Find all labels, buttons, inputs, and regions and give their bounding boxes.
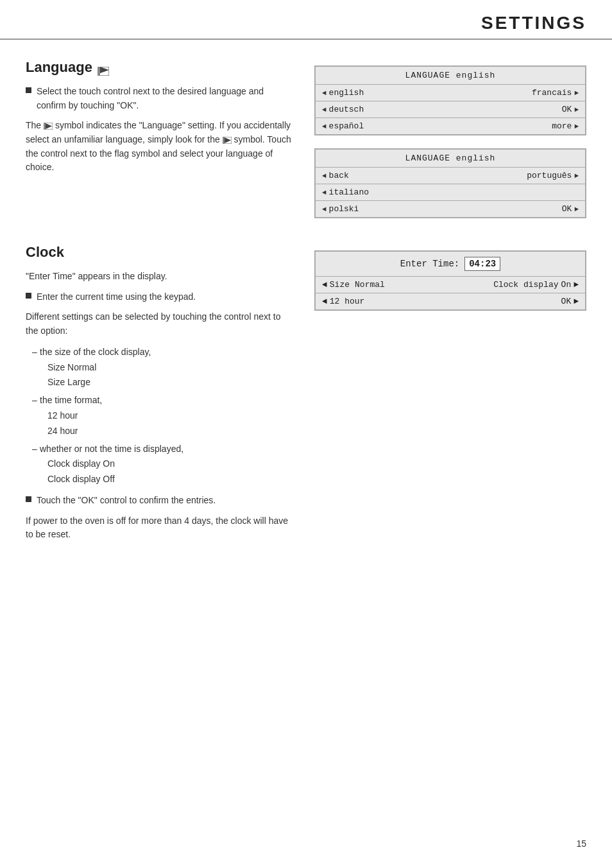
hour-arrow-left: ◄ xyxy=(322,297,327,306)
clock-enter-time-row: Enter Time: 04:23 xyxy=(316,252,585,277)
panel1-english-label: english xyxy=(329,88,364,98)
main-content: Language Select the touch control next t… xyxy=(0,40,612,593)
panel1-row-english[interactable]: ◄ english francais ► xyxy=(316,85,585,101)
panel2-portugues-label: português xyxy=(527,171,572,180)
arrow-left-icon: ◄ xyxy=(322,189,327,196)
clock-bullet1: Enter the current time using the keypad. xyxy=(26,290,295,304)
language-bullet1: Select the touch control next to the des… xyxy=(26,85,295,112)
language-panel-2: LANGUAGE english ◄ back português ► ◄ it… xyxy=(314,148,586,218)
ok-label: OK xyxy=(561,297,572,306)
svg-marker-3 xyxy=(100,67,109,73)
arrow-right-icon: ► xyxy=(574,106,579,114)
panel1-ok-label: OK xyxy=(562,105,572,114)
page-header: SETTINGS xyxy=(0,0,612,40)
panel1-row-deutsch[interactable]: ◄ deutsch OK ► xyxy=(316,101,585,118)
flag-inline-icon1 xyxy=(44,120,55,130)
clock-display-label: Clock display xyxy=(493,280,558,290)
panel2-italiano-label: italiano xyxy=(329,187,369,197)
dash-item-time-format: the time format, 12 hour 24 hour xyxy=(32,393,295,438)
panel2-header: LANGUAGE english xyxy=(316,150,585,168)
clock-dash-list: the size of the clock display, Size Norm… xyxy=(32,345,295,487)
size-value: Normal xyxy=(355,280,385,290)
svg-rect-2 xyxy=(98,67,100,76)
clock-display-arrow-right: ► xyxy=(574,280,579,290)
dash-item-size: the size of the clock display, Size Norm… xyxy=(32,345,295,390)
arrow-left-icon: ◄ xyxy=(322,205,327,213)
hour-label: 12 hour xyxy=(330,297,365,306)
clock-intro: "Enter Time" appears in the display. xyxy=(26,270,295,284)
clock-time-value[interactable]: 04:23 xyxy=(464,257,500,271)
bullet-icon xyxy=(26,87,31,93)
size-arrow-left: ◄ xyxy=(322,280,327,290)
clock-section: Clock "Enter Time" appears in the displa… xyxy=(26,244,586,548)
panel1-header: LANGUAGE english xyxy=(316,67,585,85)
clock-12hour-row[interactable]: ◄ 12 hour OK ► xyxy=(316,293,585,309)
page-number: 15 xyxy=(576,838,586,849)
panel2-ok-label: OK xyxy=(562,204,572,214)
bullet-icon xyxy=(26,496,31,502)
language-title: Language xyxy=(26,59,295,76)
size-normal: Size Normal xyxy=(40,362,96,372)
enter-time-label: Enter Time: xyxy=(400,259,459,269)
arrow-right-icon: ► xyxy=(574,89,579,97)
panel1-more-label: more xyxy=(552,121,572,131)
panel2-row-italiano[interactable]: ◄ italiano xyxy=(316,184,585,201)
svg-rect-8 xyxy=(223,137,225,144)
clock-title: Clock xyxy=(26,244,295,261)
arrow-left-icon: ◄ xyxy=(322,172,327,180)
size-large: Size Large xyxy=(40,377,90,387)
panel1-espanol-label: español xyxy=(329,121,364,131)
page-title: SETTINGS xyxy=(26,13,586,33)
arrow-left-icon: ◄ xyxy=(322,89,327,97)
flag-inline-icon2 xyxy=(223,134,234,144)
flag-icon xyxy=(98,63,109,72)
svg-marker-6 xyxy=(46,123,52,129)
clock-section-right: Enter Time: 04:23 ◄ Size Normal Clock di… xyxy=(314,244,586,548)
arrow-right-icon: ► xyxy=(574,123,579,130)
clock-display-value: On xyxy=(561,280,572,290)
panel1-deutsch-label: deutsch xyxy=(329,105,364,114)
time-12hour: 12 hour xyxy=(40,410,78,421)
panel2-row-back[interactable]: ◄ back português ► xyxy=(316,168,585,184)
clock-para1: Different settings can be selected by to… xyxy=(26,310,295,338)
svg-rect-5 xyxy=(44,123,46,130)
language-panel-1: LANGUAGE english ◄ english francais ► ◄ … xyxy=(314,65,586,135)
panel2-back-label: back xyxy=(329,171,349,180)
clock-display-on: Clock display On xyxy=(40,458,115,469)
language-section-left: Language Select the touch control next t… xyxy=(26,59,295,218)
dash-item-clock-display: whether or not the time is displayed, Cl… xyxy=(32,442,295,487)
arrow-left-icon: ◄ xyxy=(322,123,327,130)
clock-display-off: Clock display Off xyxy=(40,474,115,484)
clock-para2: If power to the oven is off for more tha… xyxy=(26,514,295,542)
language-section-right: LANGUAGE english ◄ english francais ► ◄ … xyxy=(314,59,586,218)
arrow-right-icon: ► xyxy=(574,205,579,213)
clock-bullet2: Touch the "OK" control to confirm the en… xyxy=(26,494,295,508)
language-para1: The symbol indicates the "Language" sett… xyxy=(26,119,295,175)
ok-arrow-right: ► xyxy=(574,297,579,306)
panel1-row-espanol[interactable]: ◄ español more ► xyxy=(316,118,585,134)
clock-size-row[interactable]: ◄ Size Normal Clock display On ► xyxy=(316,277,585,293)
svg-marker-9 xyxy=(225,137,231,143)
size-label: Size xyxy=(330,280,350,290)
arrow-left-icon: ◄ xyxy=(322,106,327,114)
time-24hour: 24 hour xyxy=(40,426,78,436)
panel2-polski-label: polski xyxy=(329,204,359,214)
panel1-francais-label: francais xyxy=(532,88,572,98)
panel2-row-polski[interactable]: ◄ polski OK ► xyxy=(316,201,585,217)
arrow-right-icon: ► xyxy=(574,172,579,180)
clock-panel: Enter Time: 04:23 ◄ Size Normal Clock di… xyxy=(314,250,586,311)
bullet-icon xyxy=(26,293,31,299)
clock-section-left: Clock "Enter Time" appears in the displa… xyxy=(26,244,295,548)
language-section: Language Select the touch control next t… xyxy=(26,59,586,218)
